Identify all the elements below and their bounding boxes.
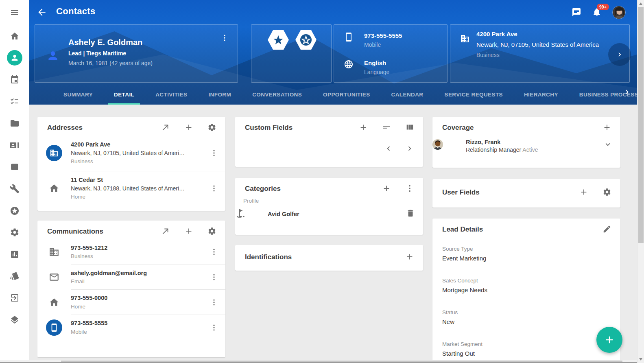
field-value: Mortgage Needs — [442, 286, 611, 293]
nav-billing-icon[interactable]: $ — [0, 156, 29, 178]
nav-loyalty-icon[interactable] — [0, 200, 29, 222]
notification-count-badge: 99+ — [597, 4, 609, 11]
coverage-card: Coverage Rizzo, Frank Relationship Manag… — [432, 117, 620, 168]
header-address-line1: 4200 Park Ave — [476, 31, 517, 37]
nav-calendar-icon[interactable] — [0, 69, 29, 91]
add-address-icon[interactable] — [184, 123, 194, 133]
tab-hierarchy[interactable]: HIERARCHY — [513, 84, 569, 105]
nav-home-icon[interactable] — [0, 25, 29, 47]
vertical-scrollbar[interactable] — [637, 0, 644, 363]
nav-contact-cards-icon[interactable] — [0, 134, 29, 156]
field-label: Market Segment — [442, 341, 611, 347]
header-phone-value: 973-555-5555 — [364, 32, 402, 39]
user-avatar[interactable] — [612, 6, 626, 19]
back-arrow-icon[interactable] — [37, 7, 47, 17]
hexagon-star-circle-badge[interactable] — [295, 30, 317, 50]
add-category-icon[interactable] — [382, 184, 392, 194]
communications-title: Communications — [47, 227, 148, 236]
nav-layers-icon[interactable] — [0, 309, 29, 331]
contacts-page: $ Contacts 99+ — [0, 0, 644, 363]
header-address-label: Business — [476, 52, 500, 58]
nav-contacts-icon[interactable] — [0, 47, 29, 69]
nav-tasks-icon[interactable] — [0, 91, 29, 113]
coverage-row[interactable]: Rizzo, Frank Relationship Manager Active — [432, 136, 620, 159]
communication-type: Business — [71, 252, 207, 260]
tab-service-requests[interactable]: SERVICE REQUESTS — [434, 84, 513, 105]
nav-settings-icon[interactable] — [0, 221, 29, 243]
nav-folder-icon[interactable] — [0, 112, 29, 134]
add-coverage-icon[interactable] — [603, 123, 612, 133]
tab-conversations[interactable]: CONVERSATIONS — [242, 84, 312, 105]
categories-more-menu-icon[interactable] — [405, 184, 415, 194]
scroll-up-arrow[interactable] — [639, 2, 642, 5]
tab-summary[interactable]: SUMMARY — [53, 84, 103, 105]
hexagon-star-badge[interactable] — [267, 30, 290, 50]
communication-row-menu-icon[interactable] — [210, 297, 218, 307]
address-row-menu-icon[interactable] — [210, 148, 218, 158]
communication-row-mobile-phone[interactable]: 973-555-5555 Mobile — [37, 315, 225, 340]
open-in-new-icon[interactable] — [161, 123, 171, 133]
edit-lead-details-icon[interactable] — [603, 225, 612, 234]
tab-inform[interactable]: INFORM — [198, 84, 242, 105]
smartphone-icon — [46, 319, 62, 336]
chat-icon[interactable] — [572, 7, 582, 18]
user-fields-settings-icon[interactable] — [603, 188, 612, 197]
add-communication-icon[interactable] — [184, 227, 194, 236]
custom-fields-next-icon[interactable] — [405, 144, 414, 155]
add-fab-button[interactable] — [596, 327, 622, 353]
communication-row-email[interactable]: ashely.goldman@email.org Email — [37, 265, 225, 290]
addresses-settings-icon[interactable] — [207, 123, 217, 133]
nav-reports-icon[interactable] — [0, 243, 29, 265]
add-identification-icon[interactable] — [405, 252, 415, 262]
tabs-overflow-chevron[interactable] — [622, 87, 631, 98]
address-row-business[interactable]: 4200 Park Ave Newark, NJ, 07105, United … — [37, 136, 225, 171]
sort-icon[interactable] — [382, 123, 392, 133]
communication-row-menu-icon[interactable] — [210, 323, 218, 332]
notifications-bell-icon[interactable]: 99+ — [592, 7, 603, 18]
address-row-home[interactable]: 11 Cedar St Newark, NJ, 07188, United St… — [37, 171, 225, 206]
identity-more-menu-icon[interactable] — [220, 33, 229, 43]
smartphone-icon — [344, 32, 354, 48]
address-row-menu-icon[interactable] — [210, 184, 218, 193]
coverage-expand-chevron-icon[interactable] — [603, 140, 612, 151]
detail-content: Addresses 4200 Park Ave Newark, NJ, 0710… — [29, 105, 637, 360]
category-row[interactable]: Avid Golfer — [235, 205, 423, 227]
nav-tags-icon[interactable] — [0, 265, 29, 287]
scroll-down-arrow[interactable] — [639, 358, 642, 361]
communications-settings-icon[interactable] — [207, 227, 217, 236]
communications-card: Communications 973-555-1212 Business — [37, 221, 225, 357]
tab-detail[interactable]: DETAIL — [103, 84, 145, 105]
open-in-new-icon[interactable] — [161, 227, 171, 236]
add-user-field-icon[interactable] — [579, 188, 589, 197]
address-card: 4200 Park Ave Newark, NJ, 07105, United … — [450, 24, 630, 83]
columns-icon[interactable] — [405, 123, 415, 133]
add-custom-field-icon[interactable] — [359, 123, 369, 133]
addresses-card: Addresses 4200 Park Ave Newark, NJ, 0710… — [37, 117, 225, 211]
home-icon — [37, 183, 71, 194]
horizontal-scrollbar[interactable] — [0, 360, 637, 363]
delete-category-icon[interactable] — [406, 209, 415, 219]
vertical-scrollbar-thumb[interactable] — [638, 7, 644, 243]
lead-field-sales-concept: Sales Concept Mortgage Needs — [442, 278, 611, 293]
next-card-chevron[interactable] — [608, 43, 631, 66]
communication-row-menu-icon[interactable] — [210, 272, 218, 282]
tab-bar: SUMMARY DETAIL ACTIVITIES INFORM CONVERS… — [29, 84, 637, 105]
field-value: Event Marketing — [442, 255, 611, 262]
communication-row-business-phone[interactable]: 973-555-1212 Business — [37, 240, 225, 265]
communication-row-home-phone[interactable]: 973-555-0000 Home — [37, 290, 225, 315]
custom-fields-prev-icon[interactable] — [384, 144, 393, 155]
nav-exit-icon[interactable] — [0, 287, 29, 309]
tab-opportunities[interactable]: OPPORTUNITIES — [312, 84, 380, 105]
identifications-card: Identifications — [235, 245, 423, 271]
categories-title: Categories — [245, 185, 369, 193]
address-line2: Newark, NJ, 07105, United States of Amer… — [71, 149, 207, 157]
nav-tools-icon[interactable] — [0, 178, 29, 200]
tab-activities[interactable]: ACTIVITIES — [145, 84, 198, 105]
tab-calendar[interactable]: CALENDAR — [381, 84, 434, 105]
email-icon — [37, 272, 71, 282]
horizontal-scrollbar-thumb[interactable] — [61, 361, 622, 362]
custom-fields-title: Custom Fields — [245, 124, 345, 132]
hamburger-menu-icon[interactable] — [0, 0, 29, 25]
communication-row-menu-icon[interactable] — [210, 247, 218, 257]
header-address-line2: Newark, NJ, 07105, United States of Amer… — [476, 41, 599, 48]
